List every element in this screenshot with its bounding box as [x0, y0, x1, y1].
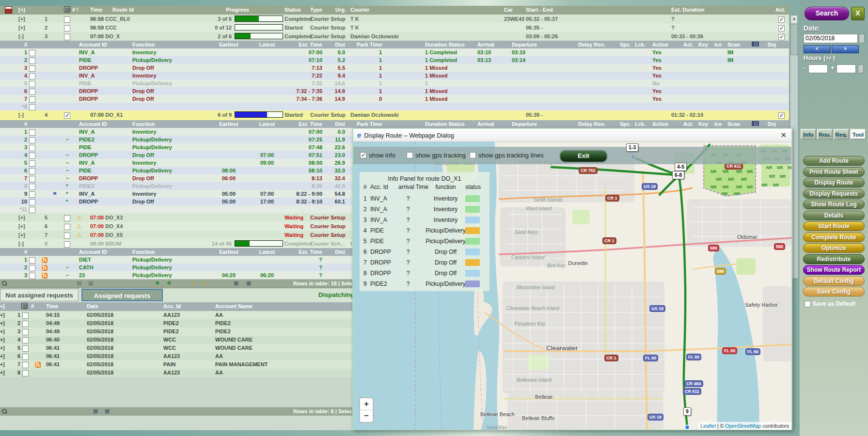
paste-icon[interactable]: ▥: [88, 280, 93, 286]
route-checkbox[interactable]: [64, 34, 70, 40]
stop-row[interactable]: 6DROPPDrop Off7:32 - 7:3514.911 MissedYe…: [0, 87, 789, 95]
column-config-icon[interactable]: [64, 6, 70, 15]
stop-checkbox[interactable]: [29, 81, 35, 87]
stop-row[interactable]: 3DROPPDrop Off7:135.511 MissedYes: [0, 64, 789, 72]
zoom-in-button[interactable]: +: [360, 398, 373, 410]
route-row[interactable]: [+]206:59 CCC0 of 12StartedCourier Setup…: [0, 23, 789, 32]
route-checkbox[interactable]: [64, 25, 70, 31]
tab-assigned-requests[interactable]: Assigned requests: [81, 289, 163, 301]
details-button[interactable]: Details: [803, 211, 865, 220]
expand-route-button[interactable]: [+]: [18, 223, 31, 230]
zoom-out-button[interactable]: −: [360, 410, 373, 422]
stop-row[interactable]: *8: [0, 103, 789, 110]
search-icon[interactable]: [2, 409, 7, 414]
stop-checkbox[interactable]: [29, 65, 35, 72]
save-as-default-checkbox[interactable]: [805, 301, 811, 307]
optimize-button[interactable]: Optimize: [803, 243, 865, 253]
hours-plus-input[interactable]: [836, 64, 856, 73]
exit-button[interactable]: Exit: [559, 150, 608, 163]
stop-checkbox[interactable]: [29, 153, 35, 159]
expand-route-button[interactable]: [-]: [18, 240, 31, 248]
move-up-icon[interactable]: ▲: [190, 280, 195, 286]
table-icon[interactable]: ▦: [93, 408, 98, 414]
route-act-checkbox[interactable]: [778, 25, 785, 31]
request-checkbox[interactable]: [22, 321, 29, 327]
hours-minus-input[interactable]: [808, 64, 828, 73]
stop-checkbox[interactable]: [29, 273, 35, 279]
complete-route-button[interactable]: Complete Route: [803, 233, 865, 242]
date-next-button[interactable]: >: [832, 45, 859, 53]
route-checkbox[interactable]: [64, 215, 70, 221]
route-checkbox[interactable]: [64, 241, 70, 248]
start-route-button[interactable]: Start Route: [803, 221, 865, 231]
expand-route-button[interactable]: [+]: [18, 214, 31, 221]
scrollbar-thumb[interactable]: [790, 24, 798, 55]
close-search-button[interactable]: X: [851, 7, 865, 20]
table-export-icon[interactable]: ▦: [105, 408, 110, 414]
search-icon[interactable]: [2, 281, 7, 286]
expand-route-button[interactable]: [-]: [18, 33, 31, 40]
stop-row[interactable]: 1INV_AInventory07:000.011 Completed03:10…: [0, 48, 789, 56]
scroll-up-icon[interactable]: ▲: [790, 15, 798, 24]
route-act-checkbox[interactable]: [778, 34, 785, 40]
route-map[interactable]: show infoshow gps trackingshow gps track…: [353, 142, 791, 430]
route-checkbox[interactable]: [64, 233, 70, 239]
map-option-checkbox[interactable]: [360, 152, 366, 158]
expand-all-button[interactable]: [+]: [18, 6, 31, 14]
request-checkbox[interactable]: [22, 362, 29, 368]
route-act-checkbox[interactable]: [778, 112, 785, 119]
route-row[interactable]: [+]106:58 CCC_RL03 of 6CompletedCourier …: [0, 15, 789, 23]
route-checkbox[interactable]: [64, 224, 70, 230]
stop-checkbox[interactable]: [29, 50, 35, 56]
expand-route-button[interactable]: [+]: [18, 232, 31, 239]
move-down-icon[interactable]: ▼: [202, 280, 207, 286]
stop-row[interactable]: 5PIDEPickup/Delivery7:3214.611No: [0, 79, 789, 87]
sidebar-tab-info[interactable]: Info: [801, 129, 816, 140]
stop-row[interactable]: 4INV_AInventory7:229.411 MissedYes: [0, 72, 789, 79]
save-config-button[interactable]: Save Config: [803, 287, 865, 296]
print-route-sheet-button[interactable]: Print Route Sheet: [803, 167, 865, 177]
route-checkbox[interactable]: [64, 112, 70, 119]
close-icon[interactable]: ✕: [780, 129, 787, 141]
stop-checkbox[interactable]: [29, 176, 35, 182]
route-stop-marker[interactable]: 1-3: [626, 143, 638, 152]
date-prev-button[interactable]: <: [804, 45, 831, 53]
show-route-log-button[interactable]: Show Route Log: [803, 200, 865, 209]
sidebar-tab-req[interactable]: Req.: [834, 129, 849, 140]
osm-link[interactable]: OpenStreetMap: [725, 423, 761, 429]
leaflet-link[interactable]: Leaflet: [700, 423, 716, 429]
route-stop-marker[interactable]: 4-5: [675, 163, 687, 171]
stop-row[interactable]: 2PIDEPickup/Delivery07:105.211 Completed…: [0, 56, 789, 64]
stop-checkbox[interactable]: [29, 160, 35, 167]
stop-checkbox[interactable]: [29, 168, 35, 174]
stop-checkbox[interactable]: [29, 257, 35, 264]
add-icon[interactable]: ✚: [167, 280, 171, 286]
request-checkbox[interactable]: [22, 337, 29, 343]
expand-route-button[interactable]: [+]: [18, 16, 31, 23]
date-picker-button[interactable]: [859, 34, 865, 43]
table-icon[interactable]: ▦: [234, 280, 238, 286]
stop-checkbox[interactable]: [29, 145, 35, 151]
stop-checkbox[interactable]: [29, 191, 35, 198]
stop-checkbox[interactable]: [29, 207, 35, 213]
stop-checkbox[interactable]: [29, 96, 35, 103]
request-checkbox[interactable]: [22, 329, 29, 335]
stop-checkbox[interactable]: [29, 73, 35, 79]
route-row[interactable]: [-]407:00 DO_X16 of 9StartedCourier Setu…: [0, 110, 789, 120]
column-config-icon[interactable]: [21, 303, 28, 311]
default-config-button[interactable]: Default Config: [803, 276, 865, 286]
date-input[interactable]: 02/05/2018: [804, 34, 858, 43]
route-checkbox[interactable]: [64, 16, 70, 23]
redistribute-button[interactable]: Redistribute: [803, 254, 865, 264]
sidebar-tab-rou[interactable]: Rou.: [817, 129, 833, 140]
expand-all-button[interactable]: [+]: [0, 303, 10, 310]
stop-checkbox[interactable]: [29, 104, 35, 110]
route-act-checkbox[interactable]: [778, 16, 785, 23]
stop-checkbox[interactable]: [29, 137, 35, 143]
display-route-button[interactable]: Display Route: [803, 178, 865, 187]
stop-checkbox[interactable]: [29, 184, 35, 190]
hours-spinner[interactable]: [858, 64, 864, 73]
stop-checkbox[interactable]: [29, 58, 35, 64]
stop-row[interactable]: 7DROPPDrop Off7:34 - 7:3614.901 MissedYe…: [0, 95, 789, 103]
expand-route-button[interactable]: [+]: [18, 24, 31, 31]
